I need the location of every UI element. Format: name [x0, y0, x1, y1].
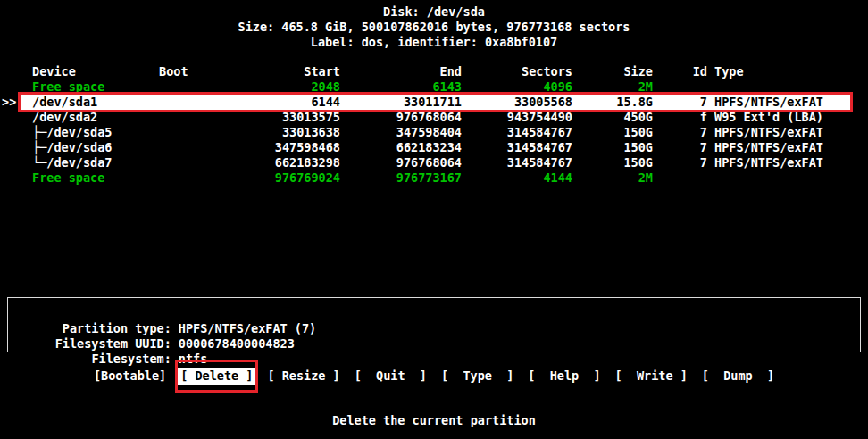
column-header-type: Type	[707, 64, 850, 79]
info-line-partition-type: Partition type:HPFS/NTFS/exFAT (7)	[10, 306, 860, 321]
disk-title: Disk: /dev/sda	[0, 4, 868, 20]
cell-boot	[159, 110, 213, 125]
cell-size: 150G	[572, 140, 653, 155]
cell-boot	[159, 170, 213, 186]
partition-info-box: Partition type:HPFS/NTFS/exFAT (7) Files…	[7, 297, 861, 352]
column-header-end: End	[340, 64, 462, 79]
cell-boot	[159, 155, 213, 170]
cell-start: 33013638	[213, 125, 340, 140]
menu-bar: [Bootable][ Delete ][ Resize ][ Quit ][ …	[0, 369, 868, 384]
info-label: Filesystem:	[54, 352, 171, 367]
cell-end: 976768064	[340, 110, 462, 125]
cell-end: 33011711	[340, 95, 462, 110]
menu-item-delete[interactable]: [ Delete ]	[178, 368, 255, 385]
cell-id: f	[653, 110, 707, 125]
cell-sectors: 943754490	[462, 110, 572, 125]
menu-item-quit[interactable]: [ Quit ]	[355, 369, 427, 384]
info-value: 0000678400004823	[179, 336, 295, 351]
cell-type: HPFS/NTFS/exFAT	[707, 155, 850, 170]
disk-label-line: Label: dos, identifier: 0xa8bf0107	[0, 35, 868, 50]
cell-type: HPFS/NTFS/exFAT	[707, 140, 850, 155]
menu-item-resize[interactable]: [ Resize ]	[267, 369, 339, 384]
cell-boot	[159, 125, 213, 140]
menu-item-dump[interactable]: [ Dump ]	[702, 369, 774, 384]
status-line: Delete the current partition	[0, 413, 868, 428]
cell-type: HPFS/NTFS/exFAT	[707, 125, 850, 140]
cell-sectors: 314584767	[462, 125, 572, 140]
cell-sectors: 33005568	[462, 95, 572, 110]
cell-type: W95 Ext'd (LBA)	[707, 110, 850, 125]
table-header-row: Device Boot Start End Sectors Size Id Ty…	[0, 64, 868, 79]
free-space-row[interactable]: Free space2048614340962M	[0, 79, 868, 95]
cell-end: 976773167	[340, 170, 462, 186]
partition-row[interactable]: /dev/sda233013575976768064943754490450Gf…	[0, 110, 868, 125]
cell-sectors: 314584767	[462, 155, 572, 170]
menu-item-wrap: [ Help ]	[528, 369, 600, 384]
cell-boot	[159, 95, 213, 110]
menu-item-help[interactable]: [ Help ]	[528, 369, 600, 384]
partition-table-rows: Free space2048614340962M>>/dev/sda161443…	[0, 79, 868, 186]
partition-row[interactable]: >>/dev/sda16144330117113300556815.8G7HPF…	[0, 95, 868, 110]
cell-end: 976768064	[340, 155, 462, 170]
cell-device: ├─/dev/sda5	[32, 125, 159, 140]
selection-marker	[0, 125, 21, 140]
menu-item-type[interactable]: [ Type ]	[441, 369, 513, 384]
info-label: Filesystem UUID:	[54, 336, 171, 352]
cell-size: 15.8G	[572, 95, 653, 110]
menu-item-write[interactable]: [ Write ]	[615, 369, 688, 384]
column-header-sectors: Sectors	[462, 64, 572, 79]
column-header-size: Size	[572, 64, 653, 79]
cell-device: └─/dev/sda7	[32, 155, 159, 170]
column-header-id: Id	[653, 64, 707, 79]
column-header-start: Start	[213, 64, 340, 79]
selection-marker	[0, 79, 21, 95]
cell-size: 150G	[572, 125, 653, 140]
cell-sectors: 4144	[462, 170, 572, 186]
cell-size: 2M	[572, 79, 653, 95]
column-header-boot: Boot	[159, 64, 213, 79]
menu-item-wrap: [Bootable]	[94, 369, 166, 384]
selection-marker	[0, 110, 21, 125]
cell-type	[707, 170, 850, 186]
cell-id: 7	[653, 140, 707, 155]
selection-marker-slot	[0, 64, 21, 79]
cell-device: Free space	[32, 79, 159, 95]
cell-size: 450G	[572, 110, 653, 125]
partition-table: Device Boot Start End Sectors Size Id Ty…	[0, 64, 868, 186]
cell-device: Free space	[32, 170, 159, 186]
cell-id	[653, 79, 707, 95]
menu-item-wrap: [ Write ]	[615, 369, 688, 384]
partition-row[interactable]: └─/dev/sda766218329897676806431458476715…	[0, 155, 868, 170]
partition-row[interactable]: ├─/dev/sda634759846866218323431458476715…	[0, 140, 868, 155]
cell-start: 2048	[213, 79, 340, 95]
cell-boot	[159, 140, 213, 155]
cell-start: 6144	[213, 95, 340, 110]
selection-marker: >>	[0, 95, 21, 110]
cell-end: 347598404	[340, 125, 462, 140]
cell-boot	[159, 79, 213, 95]
selection-marker	[0, 155, 21, 170]
selection-marker	[0, 170, 21, 186]
cell-end: 662183234	[340, 140, 462, 155]
menu-item-wrap: [ Dump ]	[702, 369, 774, 384]
highlight-box: [ Delete ]	[175, 360, 258, 393]
disk-size-line: Size: 465.8 GiB, 500107862016 bytes, 976…	[0, 20, 868, 35]
cell-id: 7	[653, 95, 707, 110]
cell-end: 6143	[340, 79, 462, 95]
cell-sectors: 314584767	[462, 140, 572, 155]
cell-device: /dev/sda1	[32, 95, 159, 110]
cell-start: 33013575	[213, 110, 340, 125]
cell-type	[707, 79, 850, 95]
free-space-row[interactable]: Free space97676902497677316741442M	[0, 170, 868, 186]
cell-start: 662183298	[213, 155, 340, 170]
cell-id: 7	[653, 125, 707, 140]
cell-start: 976769024	[213, 170, 340, 186]
cell-id	[653, 170, 707, 186]
cell-id: 7	[653, 155, 707, 170]
menu-item-wrap: [ Quit ]	[355, 369, 427, 384]
partition-row[interactable]: ├─/dev/sda533013638347598404314584767150…	[0, 125, 868, 140]
cell-size: 2M	[572, 170, 653, 186]
menu-item-bootable[interactable]: [Bootable]	[94, 369, 166, 384]
cell-device: ├─/dev/sda6	[32, 140, 159, 155]
cell-type: HPFS/NTFS/exFAT	[707, 95, 850, 110]
